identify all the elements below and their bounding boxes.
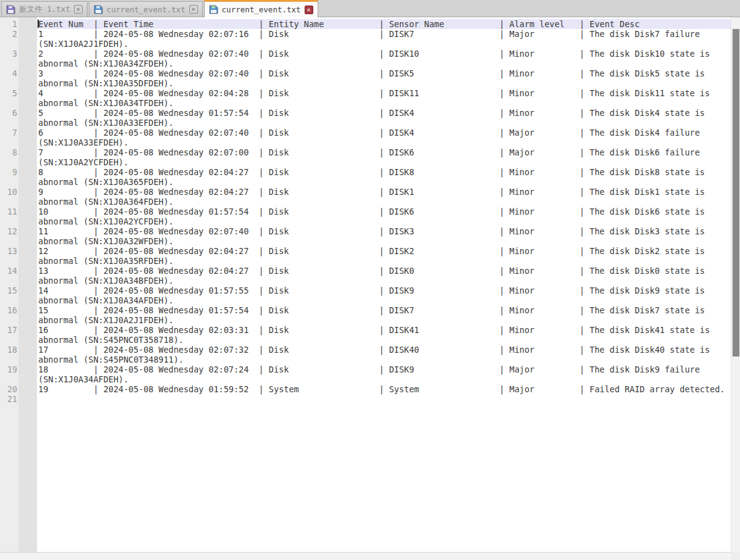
text-line: abnormal (SN:X1J0A2J1FDEH). — [37, 315, 731, 325]
text-line: 17 | 2024-05-08 Wednesday 02:07:32 | Dis… — [37, 345, 731, 355]
fold-margin-cell — [18, 216, 37, 226]
text-content-area[interactable]: 1Event Num | Event Time | Entity Name | … — [0, 17, 731, 552]
text-line: 11 | 2024-05-08 Wednesday 02:07:40 | Dis… — [37, 226, 731, 236]
text-line-row: abnormal (SN:X1J0A34TFDEH). — [0, 98, 731, 108]
text-line: abnormal (SN:X1J0A2YCFDEH). — [37, 216, 731, 226]
text-line-row: abnormal (SN:X1J0A34BFDEH). — [0, 276, 731, 286]
text-editor-window: 新文件 1.txt current_event.txt current_even… — [0, 0, 740, 560]
line-number — [0, 177, 18, 187]
text-line: abnormal (SN:X1J0A34TFDEH). — [37, 98, 731, 108]
text-line-row: (SN:X1J0A2J1FDEH). — [0, 39, 731, 49]
text-line: 16 | 2024-05-08 Wednesday 02:03:31 | Dis… — [37, 325, 731, 335]
line-number: 15 — [0, 286, 18, 295]
close-icon[interactable] — [305, 6, 313, 14]
tab-current-event-2-active[interactable]: current_event.txt — [204, 0, 318, 17]
text-line-row: abnormal (SN:X1J0A2YCFDEH). — [0, 216, 731, 226]
text-line-row: abnormal (SN:X1J0A33EFDEH). — [0, 118, 731, 128]
fold-margin-cell — [18, 384, 37, 394]
text-line-row: (SN:X1J0A33EFDEH). — [0, 138, 731, 147]
line-number — [0, 256, 18, 266]
line-number — [0, 315, 18, 325]
close-icon[interactable] — [74, 5, 83, 14]
text-line-row: 1Event Num | Event Time | Entity Name | … — [0, 19, 731, 29]
fold-margin-cell — [18, 88, 37, 98]
text-line-row: 43 | 2024-05-08 Wednesday 02:07:40 | Dis… — [0, 68, 731, 78]
fold-margin-cell — [18, 177, 37, 187]
floppy-save-icon — [6, 5, 15, 14]
text-line: 9 | 2024-05-08 Wednesday 02:04:27 | Disk… — [37, 187, 731, 197]
text-line-row: abnormal (SN:S45PNC0T348911). — [0, 355, 731, 364]
line-number: 18 — [0, 345, 18, 355]
line-number — [0, 78, 18, 88]
vertical-scrollbar[interactable] — [731, 17, 740, 552]
line-number: 3 — [0, 49, 18, 59]
text-line-row: (SN:X1J0A34AFDEH). — [0, 374, 731, 384]
text-line: 7 | 2024-05-08 Wednesday 02:07:00 | Disk… — [37, 147, 731, 157]
fold-margin-cell — [18, 157, 37, 167]
scrollbar-corner — [731, 552, 740, 560]
fold-margin-cell — [18, 345, 37, 355]
text-line: 14 | 2024-05-08 Wednesday 01:57:55 | Dis… — [37, 286, 731, 295]
text-line: abnormal (SN:X1J0A34ZFDEH). — [37, 59, 731, 68]
text-line-row: 1817 | 2024-05-08 Wednesday 02:07:32 | D… — [0, 345, 731, 355]
fold-margin-cell — [18, 39, 37, 49]
text-line: abnormal (SN:X1J0A365FDEH). — [37, 177, 731, 187]
fold-margin-cell — [18, 295, 37, 305]
line-number — [0, 157, 18, 167]
text-line-row: abnormal (SN:X1J0A32WFDEH). — [0, 236, 731, 246]
fold-margin-cell — [18, 197, 37, 207]
text-line: 8 | 2024-05-08 Wednesday 02:04:27 | Disk… — [37, 167, 731, 177]
fold-margin-cell — [18, 276, 37, 286]
text-line-row: 1716 | 2024-05-08 Wednesday 02:03:31 | D… — [0, 325, 731, 335]
text-line-row: 98 | 2024-05-08 Wednesday 02:04:27 | Dis… — [0, 167, 731, 177]
fold-margin-cell — [18, 207, 37, 216]
close-icon[interactable] — [189, 5, 198, 14]
text-line: 13 | 2024-05-08 Wednesday 02:04:27 | Dis… — [37, 266, 731, 276]
fold-margin-cell — [18, 335, 37, 345]
line-number: 10 — [0, 187, 18, 197]
tab-new-file-1[interactable]: 新文件 1.txt — [1, 1, 88, 17]
fold-margin-cell — [18, 49, 37, 59]
fold-margin-cell — [18, 108, 37, 118]
fold-margin-cell — [18, 167, 37, 177]
text-line: abnormal (SN:X1J0A35DFDEH). — [37, 78, 731, 88]
text-line: abnormal (SN:X1J0A33EFDEH). — [37, 118, 731, 128]
text-line-row: (SN:X1J0A2YCFDEH). — [0, 157, 731, 167]
text-line — [37, 394, 731, 404]
line-number: 11 — [0, 207, 18, 216]
line-number — [0, 138, 18, 147]
line-number — [0, 98, 18, 108]
text-line-row: 32 | 2024-05-08 Wednesday 02:07:40 | Dis… — [0, 49, 731, 59]
line-number — [0, 39, 18, 49]
text-line-row: 1312 | 2024-05-08 Wednesday 02:04:27 | D… — [0, 246, 731, 256]
text-line-row: 1918 | 2024-05-08 Wednesday 02:07:24 | D… — [0, 364, 731, 374]
text-line-row: abnormal (SN:X1J0A34ZFDEH). — [0, 59, 731, 68]
line-number: 5 — [0, 88, 18, 98]
fold-margin-cell — [18, 266, 37, 276]
text-line: 4 | 2024-05-08 Wednesday 02:04:28 | Disk… — [37, 88, 731, 98]
line-number — [0, 118, 18, 128]
text-line: 12 | 2024-05-08 Wednesday 02:04:27 | Dis… — [37, 246, 731, 256]
text-line-row: 109 | 2024-05-08 Wednesday 02:04:27 | Di… — [0, 187, 731, 197]
tab-current-event-1[interactable]: current_event.txt — [89, 1, 203, 17]
text-line: 6 | 2024-05-08 Wednesday 02:07:40 | Disk… — [37, 128, 731, 138]
horizontal-scrollbar[interactable] — [0, 552, 731, 560]
text-line-row: 2019 | 2024-05-08 Wednesday 01:59:52 | S… — [0, 384, 731, 394]
text-line: 3 | 2024-05-08 Wednesday 02:07:40 | Disk… — [37, 68, 731, 78]
line-number: 14 — [0, 266, 18, 276]
text-line: (SN:X1J0A2YCFDEH). — [37, 157, 731, 167]
line-number: 6 — [0, 108, 18, 118]
line-number: 19 — [0, 364, 18, 374]
vertical-scrollbar-thumb[interactable] — [733, 29, 739, 356]
text-line: 10 | 2024-05-08 Wednesday 01:57:54 | Dis… — [37, 207, 731, 216]
fold-margin-cell — [18, 364, 37, 374]
text-line-row: 21 — [0, 394, 731, 404]
line-number: 1 — [0, 19, 18, 29]
fold-margin-cell — [18, 138, 37, 147]
line-number — [0, 59, 18, 68]
fold-margin-cell — [18, 355, 37, 364]
fold-margin-cell — [18, 59, 37, 68]
text-line: 2 | 2024-05-08 Wednesday 02:07:40 | Disk… — [37, 49, 731, 59]
line-number — [0, 216, 18, 226]
line-number: 8 — [0, 147, 18, 157]
